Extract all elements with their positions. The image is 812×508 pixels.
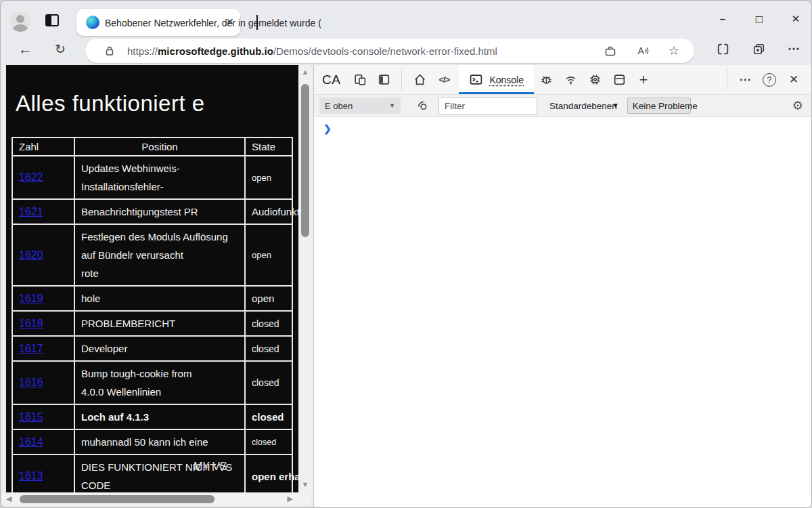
- table-row: 1613 DIES FUNKTIONIERT NICHT VS CODEMY V…: [12, 454, 292, 492]
- split-screen-icon[interactable]: [716, 42, 730, 56]
- table-row: 1617 Developer closed: [12, 336, 292, 361]
- issue-state: open: [252, 293, 286, 304]
- console-settings-gear-icon[interactable]: [792, 98, 803, 113]
- scroll-right-icon[interactable]: [288, 494, 293, 503]
- devtools-tab-bar: CA: [314, 65, 811, 95]
- console-tab-label: Konsole: [489, 75, 524, 85]
- chevron-down-icon: [389, 102, 395, 109]
- console-icon: [469, 72, 483, 87]
- issues-counter-badge[interactable]: Keine Probleme: [627, 98, 691, 114]
- issues-table: Zahl Position State 1622 Updates Webhinw…: [12, 137, 293, 492]
- device-emulation-icon[interactable]: [347, 65, 371, 94]
- devtools-activity-label: CA: [322, 72, 340, 87]
- close-window-button[interactable]: [790, 13, 802, 26]
- scroll-left-icon[interactable]: [6, 494, 12, 503]
- tab-console[interactable]: Konsole: [459, 65, 534, 94]
- issue-state: closed: [252, 411, 286, 423]
- debugger-bug-icon[interactable]: [534, 65, 558, 94]
- issue-link[interactable]: 1615: [19, 411, 43, 423]
- issue-position: Festlegen des Moduls Auflösung auf Bünde…: [81, 228, 238, 282]
- context-selector[interactable]: E oben: [319, 98, 401, 114]
- issue-position: PROBLEMBERICHT: [81, 314, 238, 333]
- network-wifi-icon[interactable]: [558, 65, 583, 94]
- horizontal-scroll-thumb[interactable]: [20, 495, 215, 503]
- performance-chip-icon[interactable]: [583, 65, 607, 94]
- application-storage-icon[interactable]: [607, 65, 631, 94]
- devtools-more-icon[interactable]: [733, 65, 757, 94]
- favorite-star-icon[interactable]: [669, 45, 679, 57]
- table-row: 1615 Loch auf 4.1.3 closed: [12, 404, 292, 429]
- tab-title: Behobener Netzwerkfehler, der in gemelde…: [105, 18, 321, 28]
- log-levels-dropdown[interactable]: Standardebenen: [549, 101, 619, 111]
- profile-avatar[interactable]: [10, 12, 30, 32]
- context-selector-value: E oben: [325, 101, 353, 111]
- live-expression-eye-icon[interactable]: [415, 98, 430, 113]
- page-viewport: Alles funktioniert e Zahl Position State…: [6, 65, 298, 492]
- svg-text:A: A: [637, 45, 644, 56]
- table-row: 1621 Benachrichtigungstest PR Audiofunkt…: [12, 199, 292, 224]
- issue-position: Updates Webhinweis- Installationsfehler-: [81, 159, 238, 196]
- issue-link[interactable]: 1616: [19, 377, 43, 388]
- issue-link[interactable]: 1619: [19, 293, 43, 304]
- issue-state: Audiofunktio: [252, 206, 286, 217]
- vertical-scrollbar[interactable]: [298, 65, 312, 492]
- issue-link[interactable]: 1618: [19, 318, 43, 329]
- issue-link[interactable]: 1621: [19, 206, 43, 217]
- collections-icon[interactable]: [752, 42, 766, 56]
- issue-state: closed: [252, 343, 286, 354]
- filter-input[interactable]: [438, 97, 537, 114]
- edge-logo-icon: [86, 16, 99, 29]
- issue-link[interactable]: 1614: [19, 436, 43, 448]
- vertical-scroll-thumb[interactable]: [301, 84, 309, 237]
- horizontal-scrollbar[interactable]: [2, 492, 311, 505]
- elements-tab-icon[interactable]: [432, 65, 456, 94]
- minimize-button[interactable]: [717, 13, 729, 26]
- console-toolbar: E oben Standardebenen Keine Probleme: [314, 95, 811, 117]
- column-header-zahl: Zahl: [12, 137, 74, 156]
- issue-position: Benachrichtigungstest PR: [81, 203, 238, 221]
- issue-state: open erha: [252, 471, 286, 482]
- tab-close-icon[interactable]: [226, 16, 234, 27]
- browser-tab[interactable]: Behobener Netzwerkfehler, der in gemelde…: [76, 9, 240, 36]
- workspaces-icon[interactable]: [45, 14, 59, 26]
- text-cursor: [256, 15, 258, 30]
- scroll-down-icon[interactable]: [298, 480, 312, 488]
- dock-side-icon[interactable]: [371, 65, 396, 94]
- issue-link[interactable]: 1620: [19, 249, 43, 261]
- table-row: 1620 Festlegen des Moduls Auflösung auf …: [12, 224, 292, 286]
- back-button[interactable]: [18, 41, 32, 58]
- more-tabs-plus-icon[interactable]: [631, 65, 656, 94]
- lock-icon[interactable]: [103, 44, 116, 58]
- window-controls: [717, 13, 802, 26]
- table-row: 1614 muhannadl 50 kann ich eine closed: [12, 429, 292, 454]
- issue-position: muhannadl 50 kann ich eine: [81, 433, 238, 451]
- home-tab-icon[interactable]: [407, 65, 432, 94]
- read-aloud-icon[interactable]: A: [636, 44, 650, 58]
- work-profile-icon[interactable]: [604, 44, 617, 58]
- issue-link[interactable]: 1622: [19, 171, 43, 183]
- maximize-button[interactable]: [753, 13, 765, 26]
- issue-link[interactable]: 1613: [19, 470, 43, 482]
- ghost-artifact-text: MY VS: [194, 461, 227, 473]
- browser-toolbar: https://microsoftedge.github.io/Demos/de…: [1, 36, 811, 65]
- table-row: 1616 Bump tough-cookie from 4.0.0 Wellen…: [12, 361, 292, 404]
- console-output[interactable]: [314, 117, 811, 507]
- issue-link[interactable]: 1617: [19, 343, 43, 354]
- address-bar[interactable]: https://microsoftedge.github.io/Demos/de…: [85, 39, 694, 63]
- browser-window: Behobener Netzwerkfehler, der in gemelde…: [0, 0, 812, 508]
- url-text: https://microsoftedge.github.io/Demos/de…: [127, 45, 604, 57]
- devtools-pane: CA: [313, 65, 811, 507]
- reload-button[interactable]: [55, 41, 66, 57]
- issue-position: hole: [81, 289, 238, 308]
- tab-strip: Behobener Netzwerkfehler, der in gemelde…: [1, 1, 811, 36]
- help-icon[interactable]: [763, 73, 776, 87]
- issue-state: closed: [252, 318, 286, 329]
- settings-more-icon[interactable]: [788, 41, 800, 56]
- devtools-close-icon[interactable]: [782, 65, 806, 94]
- issue-position: Bump tough-cookie from 4.0.0 Wellenlinie…: [81, 364, 238, 401]
- issue-state: open: [252, 173, 286, 183]
- column-header-state: State: [245, 137, 292, 156]
- console-prompt-icon[interactable]: [323, 123, 332, 134]
- issue-position: Developer: [81, 339, 238, 358]
- scroll-up-icon[interactable]: [298, 68, 312, 76]
